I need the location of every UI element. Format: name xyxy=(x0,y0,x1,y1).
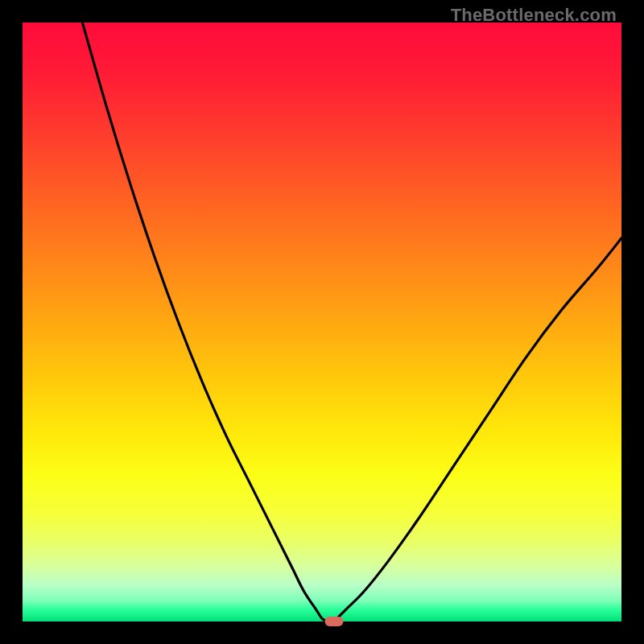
plot-area xyxy=(23,23,621,621)
bottleneck-curve xyxy=(23,23,621,621)
dip-marker xyxy=(324,617,343,626)
watermark-text: TheBottleneck.com xyxy=(451,5,617,26)
curve-left-branch xyxy=(82,23,328,621)
curve-right-branch xyxy=(334,238,621,621)
chart-frame: TheBottleneck.com xyxy=(0,0,644,644)
